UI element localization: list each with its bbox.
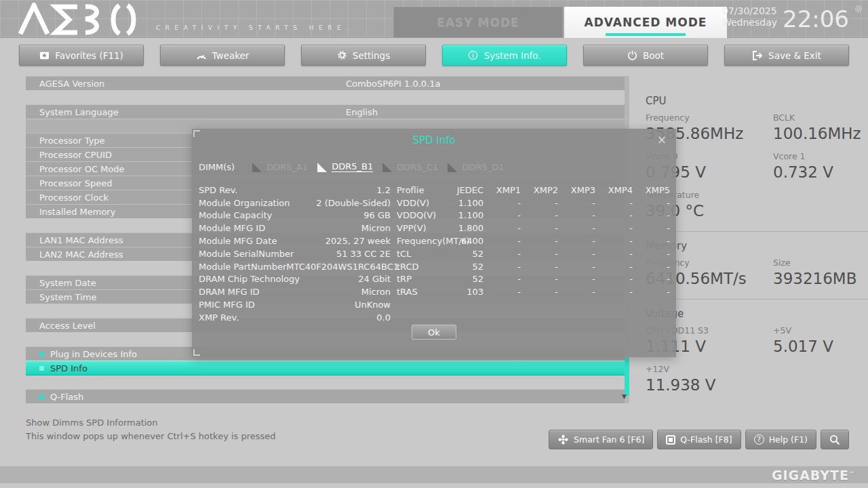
spd-row-value: 2025, 27 week (326, 236, 391, 246)
dimm-tab-ddr5_c1[interactable]: DDR5_C1 (382, 161, 438, 172)
list-item-q-flash[interactable]: Q-Flash (26, 389, 625, 403)
list-spacer (26, 375, 625, 389)
dimm-tab-label: DDR5_A1 (267, 162, 308, 172)
dimm-tab-ddr5_a1[interactable]: DDR5_A1 (252, 161, 308, 172)
spd-row-value: 1.2 (376, 185, 391, 195)
dimm-tab-label: DDR5_C1 (397, 162, 438, 172)
item-label: Processor CPUID (39, 150, 112, 160)
help-line-1: Show Dimms SPD Information (26, 416, 276, 430)
profile-cell: - (484, 198, 521, 208)
spd-row: XMP Rev.0.0 (199, 311, 391, 324)
gear-icon[interactable] (854, 3, 863, 16)
scrollbar-down-arrow[interactable]: ▼ (622, 393, 627, 400)
profile-row: tRCD52----- (397, 260, 670, 273)
nav-tab-system-info[interactable]: System Info. (442, 45, 567, 66)
advanced-mode-label: ADVANCED MODE (585, 16, 707, 29)
star-icon (39, 50, 50, 60)
spd-row-label: Module Organization (199, 198, 290, 208)
item-value: ComboSP6PI 1.0.0.1a (346, 77, 441, 91)
gigabyte-logo: GIGABYTE™ (772, 468, 854, 483)
profile-cell: - (633, 198, 670, 208)
spd-row-value: MTC40F204WS1RC64BC1 (286, 262, 399, 272)
item-label: Processor Clock (39, 192, 108, 203)
nav-tab-label: Save & Exit (768, 50, 821, 61)
profile-col-header: Proflie (397, 185, 454, 195)
sensor-label: Size (773, 258, 868, 268)
advanced-mode-button[interactable]: ADVANCED MODE (564, 7, 727, 38)
footer-button-q-flash-f8[interactable]: Q-Flash [F8] (657, 430, 741, 449)
bottom-brand-bar: GIGABYTE™ (0, 466, 868, 483)
spd-row: DRAM MFG IDMicron (199, 285, 391, 298)
profile-cell: - (595, 287, 633, 297)
profile-cell: - (595, 198, 633, 208)
spd-row-value: Micron (361, 223, 391, 233)
fan-icon (557, 434, 569, 445)
nav-tab-save-exit[interactable]: Save & Exit (724, 45, 849, 66)
nav-tab-favorites-f11[interactable]: Favorites (F11) (19, 45, 144, 66)
spd-row-label: Module Capacity (199, 210, 272, 220)
profile-cell: - (484, 262, 521, 272)
spd-row: Module Organization2 (Double-Sided) (199, 197, 391, 209)
sidebar-section-title: Memory (646, 240, 868, 252)
nav-tab-tweaker[interactable]: Tweaker (160, 45, 285, 66)
profile-cell: - (633, 223, 670, 233)
item-label: Processor Type (39, 136, 105, 146)
sensor-label: Vcore 1 (773, 151, 868, 161)
spd-row-label: DRAM Chip Technology (199, 274, 300, 284)
list-item-system-language[interactable]: System LanguageEnglish (26, 104, 625, 119)
footer-button-smart-fan-6-f6[interactable]: Smart Fan 6 [F6] (549, 430, 653, 449)
aero-logo (18, 3, 150, 38)
spd-detail-table: SPD Rev.1.2Module Organization2 (Double-… (199, 184, 391, 324)
easy-mode-button[interactable]: EASY MODE (393, 7, 563, 38)
footer-shortcut-buttons: Smart Fan 6 [F6]Q-Flash [F8]?Help (F1) (549, 430, 849, 449)
footer-button-help-f1[interactable]: ?Help (F1) (745, 430, 816, 449)
profile-cell: - (521, 249, 558, 259)
profile-cell: - (558, 236, 595, 246)
profile-col-header: XMP5 (633, 185, 670, 195)
spd-row: Module MFG Date2025, 27 week (199, 235, 391, 247)
nav-tab-settings[interactable]: Settings (301, 45, 426, 66)
item-label: Processor OC Mode (39, 164, 125, 174)
list-item-agesa-version[interactable]: AGESA VersionComboSP6PI 1.0.0.1a (26, 76, 625, 90)
sensor-value: 11.938 V (646, 376, 773, 394)
ok-button[interactable]: Ok (412, 325, 456, 340)
spd-row: DRAM Chip Technology24 Gbit (199, 273, 391, 286)
item-value: English (346, 105, 378, 119)
search-icon (829, 434, 840, 445)
sensor-label: BCLK (773, 113, 868, 123)
close-icon[interactable]: × (657, 133, 667, 146)
sensor-label: +5V (773, 325, 868, 336)
dialog-title: SPD Info (192, 134, 676, 146)
profile-row: tCL52----- (397, 247, 670, 260)
profile-col-header: XMP1 (484, 185, 521, 195)
profile-cell: - (595, 236, 633, 246)
dimm-tab-ddr5_d1[interactable]: DDR5_D1 (448, 161, 504, 172)
profile-cell: - (633, 236, 670, 246)
profile-cell: - (558, 262, 595, 272)
profile-col-header: XMP3 (558, 185, 595, 195)
spd-row: Module Capacity96 GB (199, 209, 391, 222)
sensor-value: 5.017 V (773, 338, 868, 355)
dimm-label: DIMM(s) (199, 162, 235, 172)
item-label: System Time (39, 292, 96, 302)
nav-tab-label: Favorites (F11) (55, 50, 123, 61)
footer-search-button[interactable] (821, 430, 849, 449)
list-item-spd-info[interactable]: SPD Info (26, 361, 625, 375)
dimm-tab-ddr5_b1[interactable]: DDR5_B1 (317, 161, 373, 172)
profile-cell: - (595, 274, 633, 284)
profile-cell: - (521, 223, 558, 233)
scrollbar-thumb[interactable] (625, 358, 629, 396)
profile-row: tRAS103----- (397, 285, 670, 298)
spd-row: Module SerialNumber51 33 CC 2E (199, 247, 391, 260)
gauge-icon (196, 52, 207, 60)
item-bullet-icon (39, 352, 44, 357)
profile-cell: - (521, 287, 558, 297)
sensor-vcore-1: Vcore 10.732 V (773, 151, 868, 181)
sensor-bclk: BCLK100.16MHz (773, 113, 868, 142)
profile-row-label: Frequency(MT/s) (397, 236, 454, 246)
date-text: 07/30/2025 (722, 5, 777, 17)
profile-row-label: tCL (397, 249, 454, 259)
profile-row-label: VPP(V) (397, 223, 454, 233)
profile-row-label: tRP (397, 274, 454, 284)
nav-tab-boot[interactable]: Boot (583, 45, 708, 66)
